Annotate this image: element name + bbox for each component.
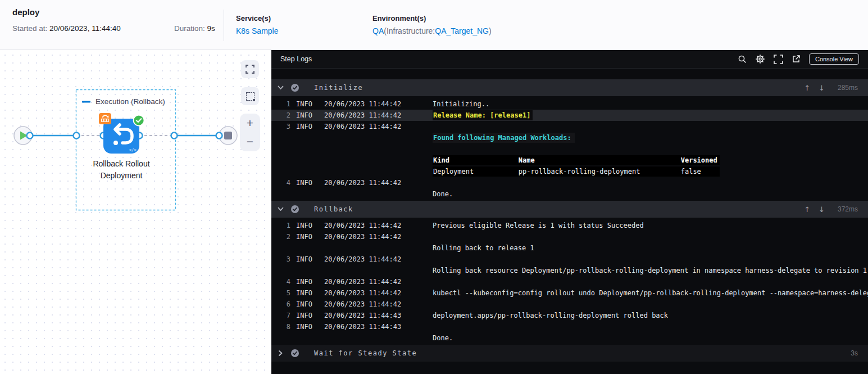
log-section-header[interactable]: Initialize ↑ ↓ 285ms [271,79,868,96]
zoom-in-button[interactable]: + [240,114,260,133]
log-message: Rolling back resource Deployment/pp-roll… [433,267,867,274]
section-duration: 3s [833,349,858,357]
log-message: kubectl --kubeconfig=config rollout undo… [433,289,868,297]
log-message: Release Name: [release1] [433,111,533,119]
pipeline-graph-panel[interactable]: Execution (Rollback) </> [0,50,271,374]
log-level: INFO [296,111,319,119]
log-timestamp: 20/06/2023 11:44:42 [324,179,427,187]
log-line[interactable]: Rolling back resource Deployment/pp-roll… [271,265,868,276]
log-message: Done. [433,334,453,342]
section-rows: 1 INFO 20/06/2023 11:44:42 Initializing.… [271,96,868,201]
log-section-header[interactable]: Rollback ↑ ↓ 372ms [271,201,868,218]
scroll-down-icon[interactable]: ↓ [819,84,825,92]
scroll-up-icon[interactable]: ↑ [804,84,810,92]
log-line[interactable]: 3 INFO 20/06/2023 11:44:42 [271,121,868,132]
log-line[interactable]: 2 INFO 20/06/2023 11:44:42 [271,231,868,242]
open-external-icon[interactable] [792,55,801,64]
log-message: Deployment pp-rollback-rolling-deploymen… [433,168,720,175]
step-logs-panel: Step Logs [271,50,868,374]
log-line-number: 1 [276,222,290,229]
log-level: INFO [296,289,319,297]
marquee-select-button[interactable] [241,87,259,105]
section-title: Wait for Steady State [314,349,417,357]
section-duration: 372ms [833,205,858,213]
started-at: Started at: 20/06/2023, 11:44:40 [12,24,121,33]
started-at-label: Started at: [12,24,47,33]
execution-group-label-text: Execution (Rollback) [96,97,165,106]
duration-label: Duration: [174,24,205,33]
log-line[interactable]: 8 INFO 20/06/2023 11:44:43 [271,321,868,332]
environment-link[interactable]: QA [372,26,384,35]
marquee-icon [246,92,255,101]
header-divider [224,10,224,41]
log-line[interactable]: 2 INFO 20/06/2023 11:44:42 Release Name:… [271,110,868,121]
expand-fullscreen-icon[interactable] [774,55,783,64]
collapse-minus-icon[interactable] [82,101,90,103]
graph-fullscreen-button[interactable] [241,60,259,78]
execution-header: deploy Started at: 20/06/2023, 11:44:40 … [0,0,868,50]
log-line-number: 8 [276,323,290,331]
log-line[interactable]: 3 INFO 20/06/2023 11:44:42 [271,254,868,265]
log-gap [271,69,868,79]
log-line-number: 1 [276,100,290,108]
log-line[interactable]: 1 INFO 20/06/2023 11:44:42 Initializing.… [271,98,868,110]
log-line[interactable]: Done. [271,332,868,344]
log-line[interactable]: Kind Name Versioned [271,155,868,166]
service-link[interactable]: K8s Sample [236,26,278,35]
log-line[interactable]: Done. [271,188,868,200]
duration-value: 9s [207,24,215,33]
log-line-number: 5 [276,289,290,297]
log-line[interactable]: 4 INFO 20/06/2023 11:44:42 [271,177,868,188]
log-message: Found following Managed Workloads: [433,134,575,142]
rollback-step-node[interactable]: </> [103,119,139,154]
chevron-icon[interactable] [277,85,284,90]
log-line-number: 2 [276,233,290,241]
zoom-controls: + − [240,114,260,151]
log-section: Wait for Steady State 3s [271,345,868,362]
success-check-icon [133,114,145,129]
step-success-icon [290,205,299,214]
section-duration: 285ms [833,84,858,92]
log-line[interactable]: 5 INFO 20/06/2023 11:44:42 kubectl --kub… [271,287,868,299]
services-block: Service(s) K8s Sample [236,14,278,36]
log-line-number: 6 [276,300,290,308]
section-rows: 1 INFO 20/06/2023 11:44:42 Previous elig… [271,218,868,345]
scroll-down-icon[interactable]: ↓ [819,205,825,214]
log-message: Kind Name Versioned [433,156,720,164]
log-panel-title: Step Logs [280,55,312,63]
chevron-icon[interactable] [277,207,284,211]
log-timestamp: 20/06/2023 11:44:43 [324,323,427,331]
log-line[interactable]: Found following Managed Workloads: [271,132,868,143]
log-line[interactable]: 6 INFO 20/06/2023 11:44:42 [271,299,868,310]
execution-group-label[interactable]: Execution (Rollback) [82,97,165,106]
step-success-icon [290,83,299,92]
log-line-number: 4 [276,278,290,286]
log-level: INFO [296,323,319,331]
section-title: Initialize [314,84,363,92]
console-view-button[interactable]: Console View [809,53,859,65]
log-line[interactable]: 4 INFO 20/06/2023 11:44:42 [271,276,868,287]
zoom-out-button[interactable]: − [240,133,260,152]
log-level: INFO [296,255,319,263]
scroll-up-icon[interactable]: ↑ [804,205,810,214]
log-message: Done. [433,190,453,198]
log-level: INFO [296,100,319,108]
log-line[interactable]: Rolling back to release 1 [271,242,868,254]
log-section-header[interactable]: Wait for Steady State 3s [271,345,868,362]
rollout-deployment-badge-icon [99,113,111,124]
infrastructure-link[interactable]: QA_Target_NG [435,26,489,35]
log-section: Rollback ↑ ↓ 372ms 1 INFO 20/06/2023 11:… [271,201,868,345]
duration: Duration: 9s [174,24,215,33]
log-timestamp: 20/06/2023 11:44:42 [324,300,427,308]
log-level: INFO [296,179,319,187]
log-line[interactable]: Deployment pp-rollback-rolling-deploymen… [271,166,868,177]
log-message: deployment.apps/pp-rollback-rolling-depl… [433,312,668,319]
log-line[interactable] [271,143,868,155]
search-icon[interactable] [738,55,747,64]
log-line[interactable]: 7 INFO 20/06/2023 11:44:43 deployment.ap… [271,310,868,321]
gear-icon[interactable] [755,54,765,64]
chevron-icon[interactable] [277,351,284,355]
log-timestamp: 20/06/2023 11:44:42 [324,255,427,263]
step-node-label: Rollback Rollout Deployment [76,158,166,182]
log-line[interactable]: 1 INFO 20/06/2023 11:44:42 Previous elig… [271,220,868,231]
